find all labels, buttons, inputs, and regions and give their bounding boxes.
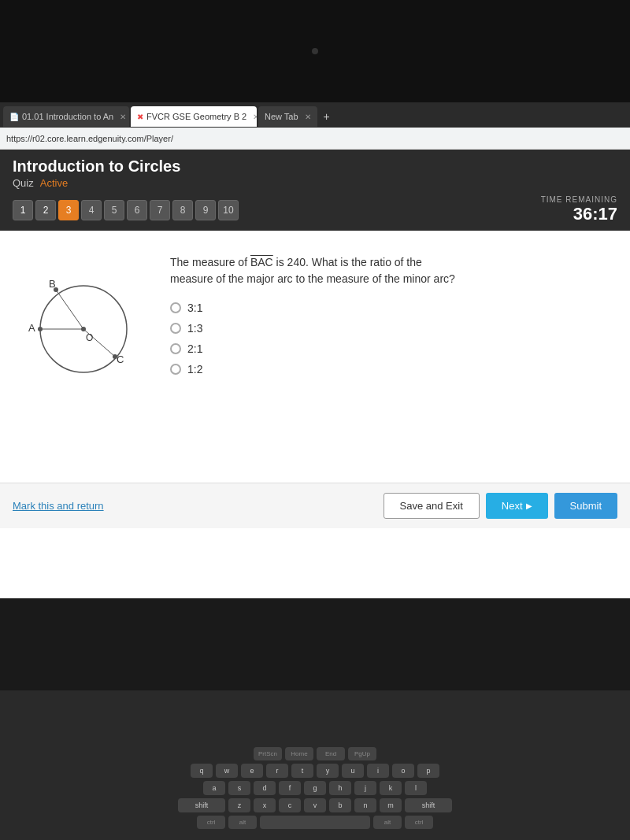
question-text-part1: The measure of: [170, 256, 250, 268]
question-text-line2: measure of the major arc to the measure …: [170, 272, 455, 285]
svg-text:O: O: [86, 332, 93, 343]
key-q[interactable]: q: [191, 764, 213, 778]
key-ctrl-right[interactable]: ctrl: [405, 816, 433, 829]
key-b[interactable]: b: [329, 798, 351, 812]
options-list: 3:1 1:3 2:1 1:2: [170, 302, 617, 376]
tab1-label: 01.01 Introduction to An: [22, 112, 113, 121]
key-shift-right[interactable]: shift: [405, 798, 452, 812]
submit-button[interactable]: Submit: [554, 493, 617, 519]
key-g[interactable]: g: [304, 781, 326, 795]
key-l[interactable]: l: [405, 781, 427, 795]
nav-btn-6[interactable]: 6: [127, 200, 147, 220]
nav-btn-2[interactable]: 2: [35, 200, 56, 220]
key-alt[interactable]: alt: [228, 816, 257, 829]
option-1-label: 3:1: [187, 302, 202, 314]
key-x[interactable]: x: [254, 798, 276, 812]
question-text: The measure of BAC is 240. What is the r…: [170, 254, 617, 287]
key-a[interactable]: a: [203, 781, 225, 795]
key-j[interactable]: j: [354, 781, 376, 795]
page-header: Introduction to Circles Quiz Active 1 2 …: [0, 150, 630, 231]
nav-btn-9[interactable]: 9: [195, 200, 216, 220]
circle-diagram: B A O C: [20, 254, 146, 383]
keyboard-row-1: q w e r t y u i o p: [0, 764, 630, 778]
option-3-radio[interactable]: [170, 343, 181, 354]
key-c[interactable]: c: [279, 798, 301, 812]
key-i[interactable]: i: [367, 764, 389, 778]
key-z[interactable]: z: [228, 798, 250, 812]
tab3-label: New Tab: [265, 112, 298, 121]
key-h[interactable]: h: [329, 781, 351, 795]
option-4-label: 1:2: [187, 363, 202, 376]
key-ctrl[interactable]: ctrl: [197, 816, 225, 829]
question-text-part2: is 240. What is the ratio of the: [273, 256, 422, 268]
key-e[interactable]: e: [241, 764, 263, 778]
dark-gap: [0, 598, 630, 638]
next-button[interactable]: Next: [486, 493, 548, 519]
question-body: B A O C The measure of BAC is 240. What …: [0, 231, 630, 483]
nav-numbers: 1 2 3 4 5 6 7 8 9 10: [13, 200, 239, 220]
svg-text:A: A: [28, 322, 35, 334]
option-4[interactable]: 1:2: [170, 363, 617, 376]
option-2-label: 1:3: [187, 322, 202, 335]
key-s[interactable]: s: [228, 781, 250, 795]
key-w[interactable]: w: [216, 764, 238, 778]
nav-btn-10[interactable]: 10: [218, 200, 239, 220]
key-u[interactable]: u: [342, 764, 364, 778]
tab2-label: FVCR GSE Geometry B 2: [146, 112, 246, 121]
nav-btn-3[interactable]: 3: [58, 200, 79, 220]
mark-return-link[interactable]: Mark this and return: [13, 500, 104, 512]
tab2-close[interactable]: ✕: [253, 113, 257, 121]
option-2-radio[interactable]: [170, 323, 181, 334]
nav-btn-1[interactable]: 1: [13, 200, 33, 220]
key-p[interactable]: p: [417, 764, 439, 778]
key-k[interactable]: k: [380, 781, 402, 795]
key-d[interactable]: d: [254, 781, 276, 795]
quiz-label: Quiz: [13, 177, 34, 189]
tab1-close[interactable]: ✕: [120, 113, 126, 121]
svg-line-6: [56, 290, 83, 329]
option-1-radio[interactable]: [170, 302, 181, 313]
key-prtscn[interactable]: PrtScn: [254, 747, 282, 760]
key-pgup[interactable]: PgUp: [348, 747, 376, 760]
key-alt-right[interactable]: alt: [373, 816, 402, 829]
option-3-label: 2:1: [187, 342, 202, 355]
key-home[interactable]: Home: [285, 747, 313, 760]
key-space[interactable]: [260, 816, 370, 829]
timer-value: 36:17: [541, 204, 617, 224]
svg-text:C: C: [117, 353, 124, 365]
keyboard-area: PrtScn Home End PgUp q w e r t y u i o p…: [0, 690, 630, 840]
timer-area: TIME REMAINING 36:17: [541, 195, 617, 224]
option-2[interactable]: 1:3: [170, 322, 617, 335]
option-4-radio[interactable]: [170, 364, 181, 375]
key-n[interactable]: n: [354, 798, 376, 812]
tab-2[interactable]: ✖ FVCR GSE Geometry B 2 ✕: [131, 106, 257, 127]
nav-btn-4[interactable]: 4: [81, 200, 102, 220]
nav-btn-8[interactable]: 8: [172, 200, 193, 220]
nav-btn-7[interactable]: 7: [150, 200, 170, 220]
tab3-close[interactable]: ✕: [305, 113, 311, 121]
status-badge: Active: [40, 177, 68, 189]
key-f[interactable]: f: [279, 781, 301, 795]
page-content: Introduction to Circles Quiz Active 1 2 …: [0, 150, 630, 598]
key-shift-left[interactable]: shift: [178, 798, 225, 812]
key-end[interactable]: End: [317, 747, 345, 760]
key-o[interactable]: o: [392, 764, 414, 778]
key-y[interactable]: y: [317, 764, 339, 778]
key-v[interactable]: v: [304, 798, 326, 812]
tab-1[interactable]: 📄 01.01 Introduction to An ✕: [3, 106, 129, 127]
tab-3[interactable]: New Tab ✕: [258, 106, 317, 127]
option-3[interactable]: 2:1: [170, 342, 617, 355]
option-1[interactable]: 3:1: [170, 302, 617, 314]
save-exit-button[interactable]: Save and Exit: [384, 493, 480, 519]
key-m[interactable]: m: [380, 798, 402, 812]
tab1-favicon: 📄: [9, 113, 19, 121]
nav-btn-5[interactable]: 5: [104, 200, 124, 220]
timer-label: TIME REMAINING: [541, 195, 617, 204]
quiz-status: Quiz Active: [13, 177, 617, 189]
key-t[interactable]: t: [291, 764, 313, 778]
new-tab-button[interactable]: +: [319, 109, 335, 124]
address-bar[interactable]: https://r02.core.learn.edgenuity.com/Pla…: [0, 128, 630, 150]
key-r[interactable]: r: [266, 764, 288, 778]
action-bar: Mark this and return Save and Exit Next …: [0, 483, 630, 528]
diagram-area: B A O C: [13, 246, 154, 467]
